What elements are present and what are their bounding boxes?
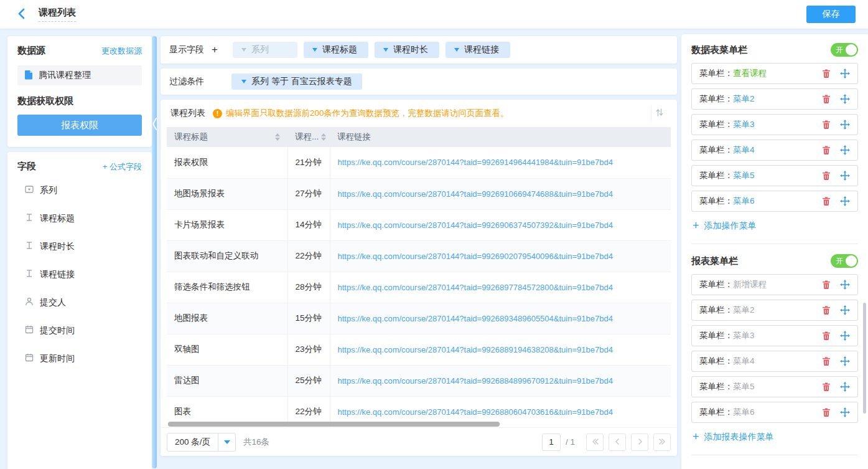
course-link[interactable]: https://ke.qq.com/course/2870144?taid=99…: [338, 376, 613, 386]
plus-icon: +: [103, 162, 108, 171]
preview-warning: ! 编辑界面只取数据源前200条作为查询数据预览，完整数据请访问页面查看。: [213, 108, 509, 119]
menu-item[interactable]: 菜单栏：菜单4: [691, 351, 858, 372]
prev-page-button[interactable]: [609, 433, 626, 451]
add-display-field-button[interactable]: +: [212, 44, 218, 56]
last-page-button[interactable]: [653, 433, 671, 451]
trash-icon[interactable]: [821, 69, 831, 78]
field-item-course-duration[interactable]: 课程时长: [17, 232, 142, 260]
save-button[interactable]: 保存: [806, 6, 856, 23]
table-row: 卡片场景报表 14分钟 https://ke.qq.com/course/287…: [167, 209, 671, 240]
column-header-course-link: 课程链接: [330, 127, 671, 147]
menu-item[interactable]: 菜单栏：菜单2: [691, 300, 858, 321]
course-link[interactable]: https://ke.qq.com/course/2870144?taid=99…: [338, 314, 613, 323]
menu-item[interactable]: 菜单栏：菜单6: [691, 402, 858, 423]
move-icon[interactable]: [840, 331, 850, 341]
chevron-down-icon: [241, 48, 246, 52]
field-item-course-title[interactable]: 课程标题: [17, 204, 142, 232]
display-fields-bar: 显示字段 + 系列 课程标题 课程时长 课程链接: [161, 36, 677, 64]
course-link[interactable]: https://ke.qq.com/course/2870144?taid=99…: [338, 158, 613, 167]
move-icon[interactable]: [840, 382, 850, 392]
course-link[interactable]: https://ke.qq.com/course/2870144?taid=99…: [338, 189, 613, 199]
move-icon[interactable]: [840, 69, 850, 78]
datasource-item[interactable]: 腾讯课程整理: [17, 65, 142, 85]
move-icon[interactable]: [840, 120, 850, 130]
course-table-card: 课程列表 ! 编辑界面只取数据源前200条作为查询数据预览，完整数据请访问页面查…: [161, 100, 677, 456]
trash-icon[interactable]: [821, 305, 831, 315]
trash-icon[interactable]: [821, 356, 831, 366]
filter-condition-tag[interactable]: 系列 等于 百宝云报表专题: [231, 73, 362, 90]
move-icon[interactable]: [840, 196, 850, 206]
select-icon: [25, 185, 34, 196]
move-icon[interactable]: [840, 280, 850, 290]
menu-item[interactable]: 菜单栏：新增课程: [691, 274, 858, 295]
menu-item[interactable]: 菜单栏：菜单2: [691, 88, 858, 110]
column-header-course-title[interactable]: 课程标题: [167, 127, 287, 147]
menu-item[interactable]: 菜单栏：菜单4: [691, 140, 858, 161]
chevron-down-icon: [312, 48, 317, 52]
horizontal-scrollbar[interactable]: [168, 422, 500, 427]
toggle-knob: [846, 44, 857, 55]
add-operation-menu-link[interactable]: + 添加操作菜单: [693, 219, 858, 232]
trash-icon[interactable]: [821, 280, 831, 290]
menu-item[interactable]: 菜单栏：菜单3: [691, 325, 858, 346]
field-item-submitter[interactable]: 提交人: [17, 288, 142, 316]
display-field-tag-series[interactable]: 系列: [233, 42, 297, 58]
fields-card: 字段 + 公式字段 系列 课程标题 课程时长 课程链接 提交人 提交时间: [7, 152, 152, 469]
current-page-input[interactable]: 1: [542, 433, 561, 451]
chevron-down-icon: [383, 48, 388, 52]
course-link[interactable]: https://ke.qq.com/course/2870144?taid=99…: [338, 345, 613, 354]
trash-icon[interactable]: [821, 407, 831, 417]
sort-arrows-icon: [321, 133, 326, 141]
move-icon[interactable]: [840, 407, 850, 417]
field-item-submit-time[interactable]: 提交时间: [17, 316, 142, 344]
trash-icon[interactable]: [821, 94, 831, 104]
sidebar-collapse-handle[interactable]: [152, 36, 157, 468]
display-field-tag-course-title[interactable]: 课程标题: [304, 42, 368, 58]
chevron-down-icon: [454, 48, 459, 52]
trash-icon[interactable]: [821, 382, 831, 392]
report-menu-heading: 报表菜单栏: [691, 255, 738, 267]
report-menu-toggle[interactable]: 开: [831, 254, 858, 268]
trash-icon[interactable]: [821, 331, 831, 341]
move-icon[interactable]: [840, 94, 850, 104]
change-datasource-link[interactable]: 更改数据源: [101, 45, 142, 57]
menu-item[interactable]: 菜单栏：菜单6: [691, 191, 858, 212]
menu-item[interactable]: 菜单栏：查看课程: [691, 63, 858, 84]
next-page-button[interactable]: [631, 433, 648, 451]
menu-item[interactable]: 菜单栏：菜单3: [691, 114, 858, 135]
field-item-series[interactable]: 系列: [17, 176, 142, 204]
page-size-select[interactable]: 200 条/页: [167, 433, 236, 452]
course-link[interactable]: https://ke.qq.com/course/2870144?taid=99…: [338, 220, 613, 230]
add-report-operation-menu-link[interactable]: + 添加报表操作菜单: [693, 430, 858, 443]
move-icon[interactable]: [840, 305, 850, 315]
display-field-tag-course-link[interactable]: 课程链接: [446, 42, 510, 58]
table-row: 报表权限 21分钟 https://ke.qq.com/course/28701…: [167, 147, 671, 178]
warning-icon: !: [213, 109, 222, 118]
trash-icon[interactable]: [821, 171, 831, 181]
display-field-tag-course-duration[interactable]: 课程时长: [375, 42, 439, 58]
row-order-button[interactable]: [651, 105, 667, 121]
menu-item[interactable]: 菜单栏：菜单5: [691, 376, 858, 397]
trash-icon[interactable]: [821, 145, 831, 155]
trash-icon[interactable]: [821, 120, 831, 130]
move-icon[interactable]: [840, 356, 850, 366]
add-formula-field-link[interactable]: + 公式字段: [103, 161, 142, 173]
trash-icon[interactable]: [821, 196, 831, 206]
menu-item[interactable]: 菜单栏：菜单5: [691, 165, 858, 186]
vertical-scrollbar[interactable]: [863, 303, 866, 414]
course-link[interactable]: https://ke.qq.com/course/2870144?taid=99…: [338, 407, 613, 417]
course-link[interactable]: https://ke.qq.com/course/2870144?taid=99…: [338, 252, 613, 261]
column-header-course-duration[interactable]: 课程...: [287, 127, 330, 147]
datatable-menu-toggle[interactable]: 开: [831, 43, 858, 57]
course-link[interactable]: https://ke.qq.com/course/2870144?taid=99…: [338, 283, 613, 292]
total-pages: / 1: [566, 437, 575, 447]
first-page-button[interactable]: [586, 433, 604, 451]
move-icon[interactable]: [840, 171, 850, 181]
report-permission-button[interactable]: 报表权限: [17, 115, 142, 136]
pagination-bar: 200 条/页 共16条 1 / 1: [161, 427, 677, 456]
field-item-course-link[interactable]: 课程链接: [17, 260, 142, 288]
field-item-update-time[interactable]: 更新时间: [17, 344, 142, 372]
back-button[interactable]: [12, 6, 30, 23]
text-icon: [25, 213, 34, 224]
move-icon[interactable]: [840, 145, 850, 155]
